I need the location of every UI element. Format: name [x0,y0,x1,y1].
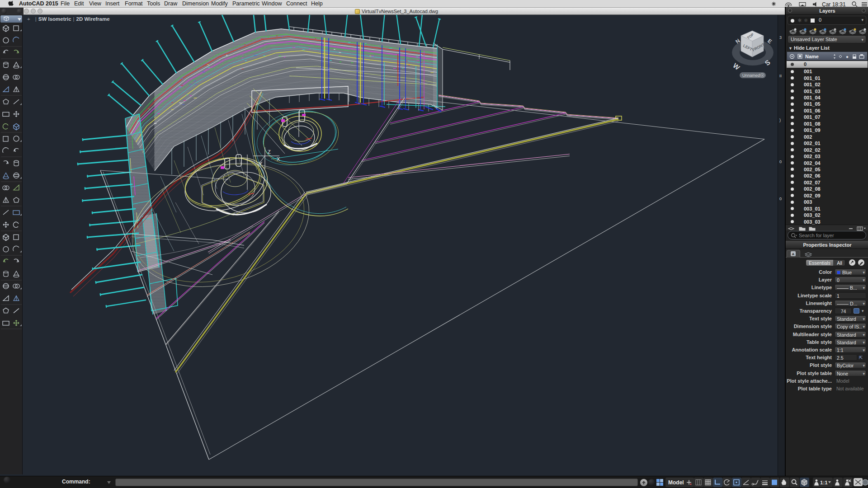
svg-text:Y: Y [259,161,263,166]
svg-text:W: W [731,61,741,72]
svg-text:Unnamed: Unnamed [742,73,760,78]
svg-text:S: S [763,58,771,67]
svg-text:X: X [277,156,280,162]
svg-text:Z: Z [268,149,271,155]
svg-text:1:1: 1:1 [820,480,828,485]
svg-text:●: ● [846,54,849,59]
svg-text:Model: Model [668,479,684,486]
svg-text:Name: Name [805,54,819,59]
svg-text:A: A [792,252,795,256]
